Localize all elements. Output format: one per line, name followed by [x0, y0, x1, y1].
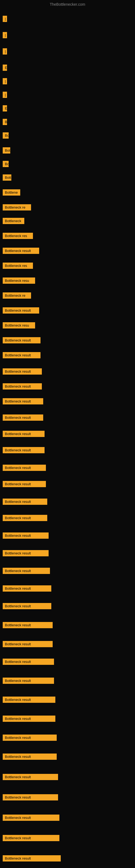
result-item: E — [3, 105, 7, 112]
result-item: Bottleneck result — [3, 383, 42, 390]
result-label: Bot — [3, 147, 10, 154]
result-item: Bottleneck result — [3, 641, 53, 647]
result-label: Bottleneck resu — [3, 322, 35, 329]
result-item: Bottleneck result — [3, 568, 50, 574]
result-label: Bottleneck result — [3, 568, 50, 574]
result-item: Bottleneck result — [3, 855, 61, 862]
result-item: | — [3, 78, 7, 84]
result-label: Bott — [3, 175, 11, 181]
result-label: Bottleneck res — [3, 262, 33, 269]
result-label: Bottleneck result — [3, 368, 42, 375]
result-item: E — [3, 65, 7, 71]
result-item: Bottleneck — [3, 218, 24, 224]
result-item: Bo — [3, 161, 9, 167]
site-title: TheBottlenecker.com — [0, 0, 135, 8]
result-item: Bottleneck result — [3, 337, 41, 343]
result-item: Bottleneck re — [3, 204, 31, 211]
result-item: Bottlene — [3, 189, 20, 195]
result-item: | — [3, 48, 7, 55]
result-item: Bottleneck result — [3, 835, 59, 841]
result-label: Bottleneck result — [3, 735, 57, 741]
result-item: Bottleneck result — [3, 307, 39, 314]
result-label: Bottleneck res — [3, 233, 33, 239]
result-item: Bottleneck result — [3, 414, 43, 421]
result-label: Bottleneck result — [3, 659, 54, 665]
result-item: | — [3, 32, 7, 38]
result-label: Bottleneck result — [3, 414, 43, 421]
result-label: Bo — [3, 132, 9, 138]
result-label: Bottleneck result — [3, 774, 58, 780]
result-item: Bottleneck result — [3, 368, 42, 375]
result-label: Bottleneck result — [3, 622, 53, 628]
result-label: Bottleneck result — [3, 532, 49, 539]
result-label: Bottlene — [3, 189, 20, 195]
result-label: Bottleneck — [3, 218, 24, 224]
result-label: Bottleneck result — [3, 465, 46, 471]
result-label: Bottleneck result — [3, 641, 53, 647]
result-label: Bottleneck result — [3, 337, 41, 343]
result-label: B — [3, 119, 7, 125]
result-label: Bottleneck result — [3, 753, 57, 760]
result-label: Bottleneck result — [3, 248, 39, 254]
result-item: Bottleneck re — [3, 292, 31, 299]
result-label: Bo — [3, 161, 9, 167]
items-container: |||E||EBBoBotBoBottBottleneBottleneck re… — [0, 8, 135, 859]
result-label: Bottleneck result — [3, 431, 45, 437]
result-item: B — [3, 119, 7, 125]
result-item: Bottleneck result — [3, 352, 41, 358]
result-label: Bottleneck result — [3, 447, 45, 453]
result-item: Bottleneck result — [3, 499, 47, 505]
result-item: | — [3, 16, 7, 22]
result-item: Bottleneck result — [3, 814, 59, 821]
result-label: Bottleneck result — [3, 352, 41, 358]
result-item: Bottleneck result — [3, 248, 39, 254]
result-item: Bottleneck result — [3, 696, 55, 703]
result-label: | — [3, 92, 7, 98]
result-label: E — [3, 105, 7, 112]
result-item: Bottleneck result — [3, 753, 57, 760]
result-label: | — [3, 78, 7, 84]
result-item: Bottleneck resu — [3, 322, 35, 329]
result-label: E — [3, 65, 7, 71]
result-item: Bottleneck resu — [3, 278, 35, 284]
result-item: Bottleneck result — [3, 398, 43, 404]
result-label: Bottleneck result — [3, 481, 46, 487]
result-item: Bottleneck result — [3, 532, 49, 539]
result-label: Bottleneck result — [3, 678, 54, 684]
result-label: Bottleneck result — [3, 835, 59, 841]
result-label: Bottleneck result — [3, 585, 51, 592]
result-label: Bottleneck re — [3, 204, 31, 211]
result-label: Bottleneck result — [3, 515, 47, 521]
result-item: Bottleneck result — [3, 585, 51, 592]
result-item: Bottleneck res — [3, 262, 33, 269]
result-label: | — [3, 16, 7, 22]
result-item: Bottleneck result — [3, 735, 57, 741]
result-label: Bottleneck result — [3, 550, 49, 556]
result-item: Bottleneck result — [3, 431, 45, 437]
result-item: Bottleneck result — [3, 794, 58, 801]
result-label: Bottleneck result — [3, 794, 58, 801]
result-item: Bottleneck result — [3, 465, 46, 471]
result-item: Bott — [3, 175, 11, 181]
result-item: | — [3, 92, 7, 98]
result-item: Bottleneck result — [3, 481, 46, 487]
result-item: Bottleneck result — [3, 716, 55, 722]
result-item: Bottleneck res — [3, 233, 33, 239]
result-label: Bottleneck result — [3, 814, 59, 821]
result-item: Bottleneck result — [3, 622, 53, 628]
result-item: Bo — [3, 132, 9, 138]
result-label: Bottleneck re — [3, 292, 31, 299]
result-item: Bottleneck result — [3, 447, 45, 453]
result-item: Bottleneck result — [3, 603, 51, 609]
result-label: Bottleneck result — [3, 603, 51, 609]
result-item: Bottleneck result — [3, 659, 54, 665]
result-label: | — [3, 32, 7, 38]
result-item: Bottleneck result — [3, 678, 54, 684]
result-item: Bot — [3, 147, 10, 154]
result-label: Bottleneck result — [3, 499, 47, 505]
result-label: Bottleneck result — [3, 716, 55, 722]
result-label: Bottleneck result — [3, 696, 55, 703]
result-label: Bottleneck result — [3, 855, 61, 862]
result-label: Bottleneck resu — [3, 278, 35, 284]
result-label: Bottleneck result — [3, 383, 42, 390]
